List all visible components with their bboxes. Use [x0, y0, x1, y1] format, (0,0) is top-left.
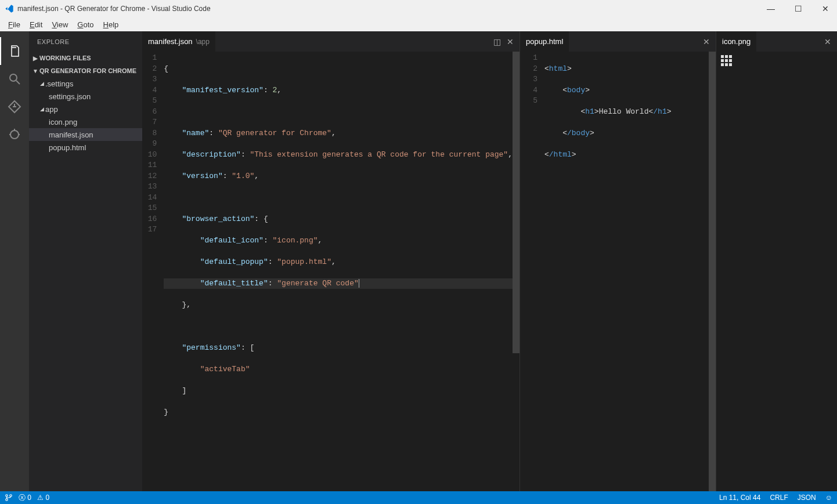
working-files-header[interactable]: ▶ WORKING FILES	[29, 52, 142, 64]
file-settings-json[interactable]: settings.json	[29, 90, 142, 103]
editor-2[interactable]: 123 45 <html> <body> <h1>Hello World</h1…	[520, 52, 716, 491]
close-tab-icon[interactable]: ✕	[507, 37, 514, 46]
scrollbar[interactable]	[709, 52, 716, 491]
tab-manifest[interactable]: manifest.json \app	[142, 31, 215, 52]
statusbar: ⓧ 0 ⚠ 0 Ln 11, Col 44 CRLF JSON ☺	[0, 491, 837, 504]
search-icon[interactable]	[0, 65, 29, 93]
chevron-down-icon: ◢	[38, 106, 45, 112]
sidebar: EXPLORE ▶ WORKING FILES ▼ QR GENERATOR F…	[29, 31, 142, 491]
file-popup-html[interactable]: popup.html	[29, 141, 142, 154]
menu-file[interactable]: File	[3, 19, 25, 30]
folder-settings[interactable]: ◢ .settings	[29, 77, 142, 90]
folder-label: app	[45, 105, 58, 114]
file-icon-png[interactable]: icon.png	[29, 115, 142, 128]
text-cursor	[359, 279, 360, 288]
warnings-count[interactable]: ⚠ 0	[37, 494, 49, 502]
feedback-icon[interactable]: ☺	[825, 494, 832, 502]
minimize-button[interactable]: —	[763, 3, 778, 14]
split-editor-icon[interactable]: ◫	[493, 37, 501, 46]
cursor-position[interactable]: Ln 11, Col 44	[719, 494, 760, 502]
errors-count[interactable]: ⓧ 0	[19, 493, 31, 503]
window-title: manifest.json - QR Generator for Chrome …	[17, 5, 763, 13]
tab-label: popup.html	[526, 37, 563, 46]
svg-point-8	[10, 494, 12, 496]
folder-app[interactable]: ◢ app	[29, 103, 142, 115]
git-branch-icon[interactable]	[5, 494, 13, 502]
editor-pane-2: popup.html ✕ 123 45 <html> <body> <h1>He…	[519, 31, 716, 491]
vscode-logo-icon	[5, 4, 14, 13]
svg-point-2	[10, 130, 19, 139]
working-files-label: WORKING FILES	[39, 55, 91, 61]
tab-path: \app	[196, 38, 210, 46]
file-manifest-json[interactable]: manifest.json	[29, 128, 142, 141]
file-label: manifest.json	[49, 130, 93, 139]
debug-icon[interactable]	[0, 121, 29, 148]
chevron-right-icon: ▶	[31, 55, 39, 61]
menu-view[interactable]: View	[47, 19, 73, 30]
tab-label: icon.png	[722, 37, 751, 46]
chevron-down-icon: ◢	[38, 81, 45, 86]
code-area[interactable]: <html> <body> <h1>Hello World</h1> </bod…	[544, 52, 709, 491]
explorer-icon[interactable]	[0, 37, 29, 65]
code-area[interactable]: { "manifest_version": 2, "name": "QR gen…	[164, 52, 513, 491]
editor-pane-3: icon.png ✕	[716, 31, 837, 491]
titlebar: manifest.json - QR Generator for Chrome …	[0, 0, 837, 17]
image-preview[interactable]	[716, 52, 837, 491]
file-label: icon.png	[49, 118, 77, 126]
chevron-down-icon: ▼	[31, 68, 39, 74]
tab-icon[interactable]: icon.png	[716, 31, 756, 52]
tabbar-1: manifest.json \app ◫ ✕	[142, 31, 519, 52]
menu-goto[interactable]: Goto	[73, 19, 98, 30]
svg-line-1	[16, 81, 20, 84]
maximize-button[interactable]: ☐	[791, 3, 806, 14]
tabbar-3: icon.png ✕	[716, 31, 837, 52]
close-button[interactable]: ✕	[818, 3, 832, 14]
menu-help[interactable]: Help	[99, 19, 124, 30]
tabbar-2: popup.html ✕	[520, 31, 716, 52]
git-icon[interactable]	[0, 93, 29, 121]
activitybar	[0, 31, 29, 491]
svg-point-7	[6, 498, 8, 501]
project-header[interactable]: ▼ QR GENERATOR FOR CHROME	[29, 64, 142, 77]
tab-label: manifest.json	[148, 37, 193, 46]
editor-1[interactable]: 123 456 789 101112 131415 1617 { "manife…	[142, 52, 519, 491]
editor-pane-1: manifest.json \app ◫ ✕ 123 456 789 10111…	[142, 31, 519, 491]
file-label: popup.html	[49, 143, 86, 152]
gutter: 123 456 789 101112 131415 1617	[142, 52, 164, 491]
close-tab-icon[interactable]: ✕	[824, 37, 831, 46]
sidebar-header: EXPLORE	[29, 31, 142, 52]
menubar: File Edit View Goto Help	[0, 17, 837, 31]
scrollbar[interactable]	[513, 52, 519, 491]
file-label: settings.json	[49, 92, 91, 101]
language-mode[interactable]: JSON	[798, 494, 816, 502]
eol-indicator[interactable]: CRLF	[770, 494, 788, 502]
svg-point-0	[10, 74, 17, 81]
menu-edit[interactable]: Edit	[25, 19, 47, 30]
qr-code-icon	[721, 55, 733, 67]
close-tab-icon[interactable]: ✕	[703, 37, 710, 46]
tab-popup[interactable]: popup.html	[520, 31, 569, 52]
folder-label: .settings	[45, 79, 73, 88]
project-label: QR GENERATOR FOR CHROME	[39, 67, 136, 74]
gutter: 123 45	[520, 52, 544, 491]
svg-point-6	[6, 494, 8, 496]
